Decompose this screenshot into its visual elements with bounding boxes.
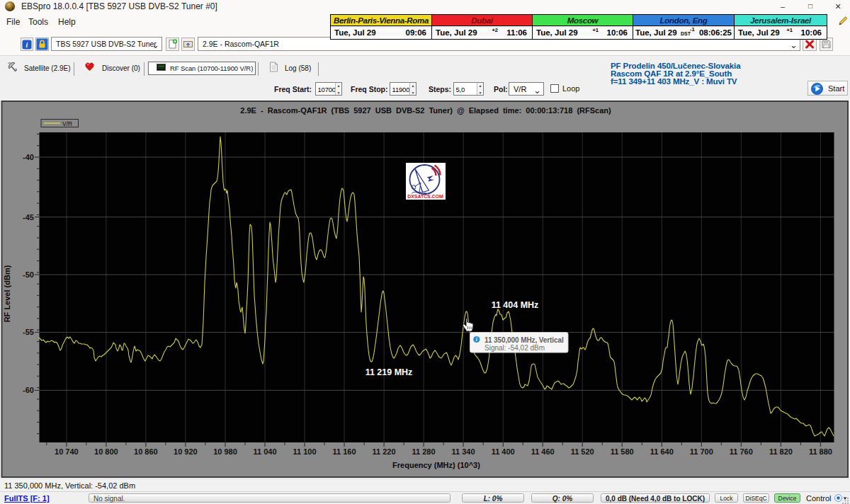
svg-text:11 404 MHz: 11 404 MHz (492, 300, 539, 310)
svg-text:11 880: 11 880 (809, 447, 832, 456)
svg-text:11 040: 11 040 (253, 447, 276, 456)
svg-text:11 580: 11 580 (611, 447, 634, 456)
svg-text:11 280: 11 280 (412, 447, 436, 456)
svg-text:11 340: 11 340 (452, 447, 475, 456)
svg-text:10 920: 10 920 (174, 447, 198, 456)
svg-text:11 760: 11 760 (730, 447, 753, 456)
svg-text:10 980: 10 980 (213, 447, 237, 456)
svg-text:-55: -55 (23, 328, 34, 336)
svg-text:10 860: 10 860 (134, 447, 158, 456)
svg-text:2.9E - Rascom-QAF1R (TBS 5927: 2.9E - Rascom-QAF1R (TBS 5927 USB DVB-S2… (240, 106, 611, 115)
svg-text:11 460: 11 460 (531, 447, 555, 456)
svg-text:11 160: 11 160 (332, 447, 356, 456)
svg-text:Signal: -54,02 dBm: Signal: -54,02 dBm (484, 344, 545, 352)
svg-text:-45: -45 (23, 213, 34, 222)
svg-text:11 100: 11 100 (293, 447, 316, 456)
svg-text:Frequency (MHz) (10^3): Frequency (MHz) (10^3) (392, 461, 480, 469)
svg-text:10 800: 10 800 (94, 447, 118, 456)
svg-text:-40: -40 (23, 153, 34, 161)
svg-text:11 219 MHz: 11 219 MHz (366, 367, 413, 377)
svg-text:11 220: 11 220 (373, 447, 396, 456)
svg-text:i: i (26, 41, 28, 49)
svg-text:11 350,000 MHz, Vertical: 11 350,000 MHz, Vertical (484, 336, 564, 344)
svg-text:11 820: 11 820 (769, 447, 793, 456)
svg-text:11 400: 11 400 (492, 447, 515, 456)
svg-text:V/R: V/R (62, 120, 72, 127)
svg-text:DXSATCS.COM: DXSATCS.COM (407, 194, 443, 199)
svg-text:10 740: 10 740 (55, 447, 79, 456)
svg-text:11 700: 11 700 (690, 447, 713, 456)
svg-text:-50: -50 (23, 270, 34, 279)
svg-text:11 640: 11 640 (650, 447, 674, 456)
svg-text:RF Level (dBm): RF Level (dBm) (3, 265, 11, 322)
svg-text:11 520: 11 520 (571, 447, 594, 456)
svg-text:-60: -60 (23, 386, 34, 394)
